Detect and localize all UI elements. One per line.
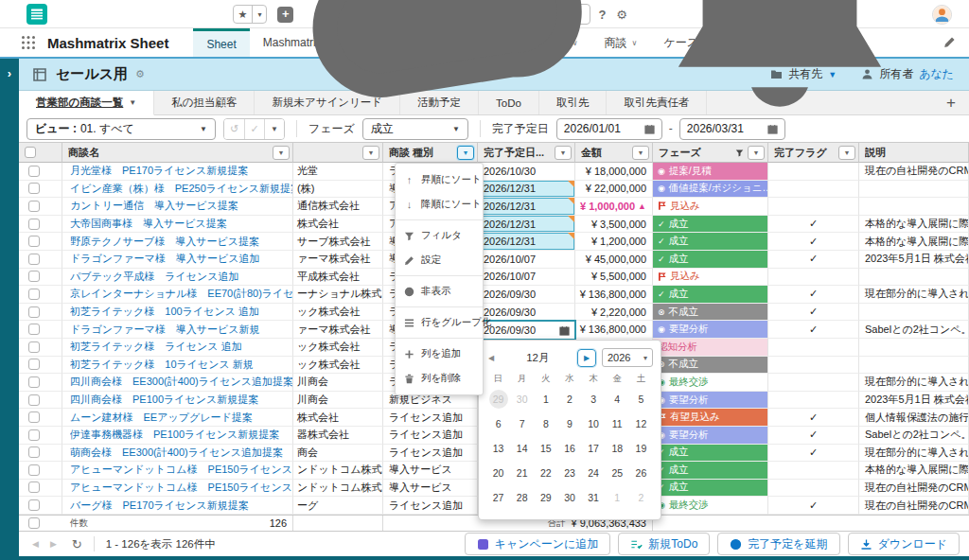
row-checkbox[interactable] [28,446,40,458]
app-tab[interactable]: Sheet [193,28,249,57]
setup-gear-icon[interactable]: ⚙ [616,8,627,22]
description-cell[interactable]: 現在部分的に導入されている [859,286,969,304]
row-checkbox[interactable] [28,236,40,247]
calendar-day[interactable]: 17 [582,436,606,461]
calendar-day[interactable]: 3 [582,387,606,411]
description-cell[interactable]: 本格的な導入展開に際して、 [859,216,969,234]
closed-flag-cell[interactable]: ✓ [768,233,859,251]
calendar-day[interactable]: 5 [629,387,653,411]
opportunity-link[interactable]: カントリー通信 導入サービス提案 [70,199,238,213]
amount-cell[interactable]: ¥ 3,500,000 [575,216,653,234]
quick-add-button[interactable]: + [277,7,293,23]
amount-cell[interactable]: ¥ 136,800,000 [575,321,653,339]
column-menu-button[interactable]: ▼ [273,146,290,160]
opportunity-link[interactable]: 大帝国商事様 導入サービス提案 [70,217,227,231]
description-cell[interactable]: Sabelとの2社コンペ。導入コ [859,427,969,445]
closed-flag-cell[interactable] [768,181,859,199]
close-date-cell[interactable]: 2026/12/31 [478,233,575,251]
refresh-icon[interactable]: ↻ [72,537,82,551]
type-cell[interactable]: ライセンス追加 [383,409,478,427]
row-checkbox[interactable] [28,394,40,406]
chevron-down-icon[interactable]: ▾ [252,6,266,23]
calendar-day[interactable]: 24 [582,461,606,485]
row-checkbox[interactable] [28,464,40,476]
opportunity-link[interactable]: イビン産業（株）様 PE250ライセンス新規提案 [70,182,292,196]
calendar-day[interactable]: 26 [629,461,653,485]
row-checkbox[interactable] [28,219,40,230]
phase-cell[interactable]: 見込み [653,269,768,287]
calendar-day[interactable]: 12 [629,411,653,436]
description-cell[interactable]: 現在部分的に導入されている [859,374,969,392]
calendar-day[interactable]: 22 [534,461,557,485]
row-checkbox[interactable] [28,306,40,318]
description-cell[interactable]: 本格的な導入展開に際して、 [859,233,969,251]
calendar-day[interactable]: 31 [582,485,606,510]
account-cell[interactable]: ァーマ株式会社 [293,321,383,339]
closed-flag-cell[interactable]: ✓ [768,216,859,234]
row-checkbox[interactable] [28,376,40,388]
calendar-day[interactable]: 18 [606,436,629,461]
calendar-day[interactable]: 29 [534,485,557,510]
row-checkbox[interactable] [28,324,40,335]
closed-flag-cell[interactable] [768,392,859,410]
calendar-day[interactable]: 4 [606,387,629,411]
calendar-day[interactable]: 1 [606,485,629,510]
calendar-day[interactable]: 30 [557,485,581,510]
closed-flag-cell[interactable] [768,163,859,181]
amount-cell[interactable]: ¥ 136,800,000 [575,286,653,304]
row-checkbox[interactable] [28,341,40,353]
calendar-day[interactable]: 27 [486,485,510,510]
calendar-day[interactable]: 20 [486,461,510,485]
calendar-day[interactable]: 21 [510,461,534,485]
phase-cell[interactable]: ◉最終交渉 [653,374,768,392]
amount-cell[interactable]: ¥ 2,220,000 [575,304,653,322]
save-check-button[interactable]: ✓ [244,119,264,139]
menu-item[interactable]: 列を追加 [396,341,483,366]
account-cell[interactable]: ーナショナル株式… [293,286,383,304]
closed-flag-cell[interactable] [768,339,859,357]
row-checkbox[interactable] [28,411,40,423]
sheet-tab[interactable]: 私の担当顧客 [154,91,255,114]
account-cell[interactable]: 商会 [293,445,383,463]
phase-cell[interactable]: 見込み [653,198,768,216]
mashmatrix-logo-icon[interactable] [26,4,47,25]
account-cell[interactable]: ック株式会社 [293,357,383,375]
closed-flag-cell[interactable] [768,374,859,392]
description-cell[interactable]: 本格的な導入展開に際して、 [859,462,969,480]
account-cell[interactable]: ック株式会社 [293,339,383,357]
close-date-cell[interactable]: 2026/09/30 [478,304,575,322]
close-date-cell[interactable]: 2026/10/30 [478,163,575,181]
opportunity-link[interactable]: 伊達事務機器様 PE100ライセンス新規提案 [70,428,279,442]
calendar-day[interactable]: 11 [606,411,629,436]
star-icon[interactable]: ★ [234,6,253,23]
account-cell[interactable]: 株式会社 [293,216,383,234]
close-date-cell[interactable]: 2026/10/07 [478,269,575,287]
row-checkbox[interactable] [28,254,40,265]
opportunity-link[interactable]: ドラゴンファーマ様 導入サービス追加 [70,252,260,266]
phase-cell[interactable]: ✓成立 [653,216,768,234]
description-cell[interactable] [859,357,969,375]
cloud-icon[interactable] [304,0,588,156]
calendar-day[interactable]: 10 [582,411,606,436]
closed-flag-cell[interactable]: ✓ [768,251,859,269]
type-cell[interactable]: ライセンス追加 [383,427,478,445]
closed-flag-cell[interactable] [768,480,859,498]
phase-cell[interactable]: 有望見込み [653,409,768,427]
phase-cell[interactable]: ⊗不成立 [653,304,768,322]
calendar-day[interactable]: 6 [486,411,510,436]
calendar-day[interactable]: 2 [557,387,581,411]
opportunity-link[interactable]: 月光堂様 PE170ライセンス新規提案 [70,164,248,178]
menu-item[interactable]: ↑昇順にソート [396,167,483,192]
closed-flag-cell[interactable] [768,357,859,375]
close-date-cell[interactable]: 2026/12/31 [478,216,575,234]
opportunity-link[interactable]: 初芝ライテック様 10ライセンス 新規 [70,358,254,372]
clock-button[interactable]: 完了予定を延期 [717,533,839,555]
phase-cell[interactable]: ⊗不成立 [653,357,768,375]
phase-cell[interactable]: ◉提案/見積 [653,163,768,181]
prev-page-button[interactable]: ◀ [32,539,39,549]
opportunity-link[interactable]: ドラゴンファーマ様 導入サービス新規 [70,323,260,337]
description-cell[interactable] [859,304,969,322]
summary-checkbox[interactable] [28,517,40,529]
app-launcher-icon[interactable] [21,35,36,50]
opportunity-link[interactable]: 京レインターナショナル様 EE70(計80)ライセンス追加提案 [70,287,292,301]
